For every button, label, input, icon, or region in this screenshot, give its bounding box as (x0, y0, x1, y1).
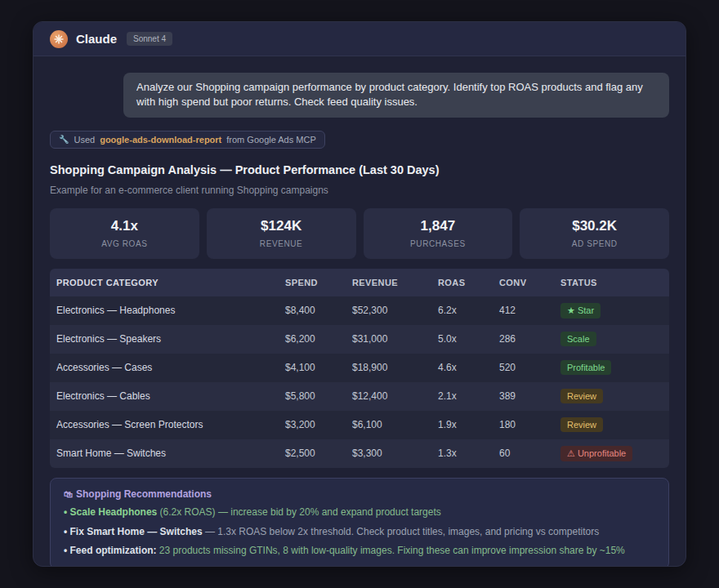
stat-label: AD SPEND (572, 239, 618, 248)
table-row: Smart Home — Switches $2,500 $3,300 1.3x… (50, 439, 669, 468)
cell-conv: 520 (499, 362, 560, 373)
cell-spend: $8,400 (285, 305, 352, 316)
cell-spend: $5,800 (285, 390, 352, 402)
cell-roas: 4.6x (438, 362, 499, 373)
cell-category: Electronics — Cables (50, 390, 285, 402)
table-row: Electronics — Cables $5,800 $12,400 2.1x… (50, 382, 669, 411)
recommendation-item: • Scale Headphones (6.2x ROAS) — increas… (64, 506, 655, 519)
cell-roas: 1.3x (438, 448, 499, 459)
tool-use-chip[interactable]: 🔧 Used google-ads-download-report from G… (50, 131, 325, 149)
col-revenue: REVENUE (352, 278, 438, 287)
table-row: Accessories — Screen Protectors $3,200 $… (50, 411, 669, 439)
status-badge: Review (560, 417, 603, 432)
cell-conv: 412 (499, 305, 560, 316)
page-background: { "header": { "app_name": "Claude", "mod… (0, 0, 719, 588)
cell-revenue: $31,000 (352, 333, 438, 345)
recommendation-lead: • Fix Smart Home — Switches (64, 526, 203, 537)
report-title: Shopping Campaign Analysis — Product Per… (50, 163, 669, 176)
stat-value: 4.1x (111, 218, 138, 234)
cell-conv: 389 (499, 390, 560, 402)
cell-revenue: $12,400 (352, 390, 438, 402)
recommendation-item: • Feed optimization: 23 products missing… (64, 545, 655, 558)
stat-label: REVENUE (260, 239, 303, 248)
cell-category: Electronics — Headphones (50, 305, 285, 316)
stat-card-purchases: 1,847 PURCHASES (364, 208, 513, 259)
stat-value: $124K (261, 218, 301, 234)
cell-category: Electronics — Speakers (50, 333, 285, 345)
cell-category: Smart Home — Switches (50, 448, 285, 459)
recommendation-text: 23 products missing GTINs, 8 with low-qu… (157, 545, 625, 556)
cell-revenue: $6,100 (352, 419, 438, 430)
recommendations-title: 🛍Shopping Recommendations (64, 488, 655, 500)
recommendations-title-text: Shopping Recommendations (76, 488, 212, 500)
stat-card-avg-roas: 4.1x AVG ROAS (50, 208, 199, 259)
cell-revenue: $18,900 (352, 362, 438, 373)
recommendations-panel: 🛍Shopping Recommendations • Scale Headph… (50, 478, 669, 567)
table-row: Accessories — Cases $4,100 $18,900 4.6x … (50, 354, 669, 382)
recommendation-text: (6.2x ROAS) — increase bid by 20% and ex… (157, 506, 441, 518)
stats-row: 4.1x AVG ROAS $124K REVENUE 1,847 PURCHA… (50, 208, 669, 259)
stat-card-revenue: $124K REVENUE (207, 208, 356, 259)
cell-roas: 6.2x (438, 305, 499, 316)
recommendation-item: • Fix Smart Home — Switches — 1.3x ROAS … (64, 526, 655, 539)
status-badge: Profitable (560, 360, 611, 375)
shopping-bag-icon: 🛍 (64, 489, 73, 499)
tool-icon: 🔧 (59, 135, 69, 144)
recommendation-lead: • Feed optimization: (64, 545, 157, 556)
recommendation-lead: • Scale Headphones (64, 506, 157, 518)
col-spend: SPEND (285, 278, 352, 287)
cell-category: Accessories — Cases (50, 362, 285, 373)
stat-card-ad-spend: $30.2K AD SPEND (520, 208, 669, 259)
stat-label: AVG ROAS (101, 239, 147, 248)
claude-logo-icon (50, 30, 68, 48)
cell-spend: $3,200 (285, 419, 352, 430)
cell-conv: 286 (499, 333, 560, 345)
table-header-row: PRODUCT CATEGORY SPEND REVENUE ROAS CONV… (50, 269, 669, 296)
tool-name: google-ads-download-report (100, 135, 221, 145)
col-status: STATUS (560, 278, 669, 287)
cell-spend: $6,200 (285, 333, 352, 345)
tool-source-label: from Google Ads MCP (226, 135, 315, 145)
status-badge: ★ Star (560, 303, 601, 318)
model-badge: Sonnet 4 (127, 32, 172, 46)
tool-used-label: Used (74, 135, 95, 145)
status-badge: Review (560, 389, 603, 403)
app-name: Claude (76, 32, 117, 46)
performance-table: PRODUCT CATEGORY SPEND REVENUE ROAS CONV… (50, 269, 669, 468)
col-product-category: PRODUCT CATEGORY (50, 278, 285, 287)
cell-roas: 1.9x (438, 419, 499, 430)
cell-conv: 60 (499, 448, 560, 459)
cell-spend: $2,500 (285, 448, 352, 459)
chat-body: Analyze our Shopping campaign performanc… (33, 56, 686, 567)
cell-revenue: $3,300 (352, 448, 438, 459)
col-roas: ROAS (438, 278, 499, 287)
table-row: Electronics — Headphones $8,400 $52,300 … (50, 296, 669, 325)
stat-label: PURCHASES (410, 239, 466, 248)
cell-roas: 2.1x (438, 390, 499, 402)
cell-spend: $4,100 (285, 362, 352, 373)
status-badge: ⚠ Unprofitable (560, 446, 632, 461)
cell-revenue: $52,300 (352, 305, 438, 316)
cell-roas: 5.0x (438, 333, 499, 345)
claude-chat-card: Claude Sonnet 4 Analyze our Shopping cam… (33, 21, 686, 567)
user-message-bubble: Analyze our Shopping campaign performanc… (123, 73, 669, 118)
report-subtitle: Example for an e-commerce client running… (50, 185, 669, 196)
cell-category: Accessories — Screen Protectors (50, 419, 285, 430)
recommendation-text: — 1.3x ROAS below 2x threshold. Check pr… (203, 526, 600, 537)
status-badge: Scale (560, 332, 596, 346)
stat-value: 1,847 (421, 218, 456, 234)
app-header: Claude Sonnet 4 (33, 22, 686, 56)
table-row: Electronics — Speakers $6,200 $31,000 5.… (50, 325, 669, 354)
cell-conv: 180 (499, 419, 560, 430)
col-conv: CONV (499, 278, 560, 287)
stat-value: $30.2K (572, 218, 617, 234)
